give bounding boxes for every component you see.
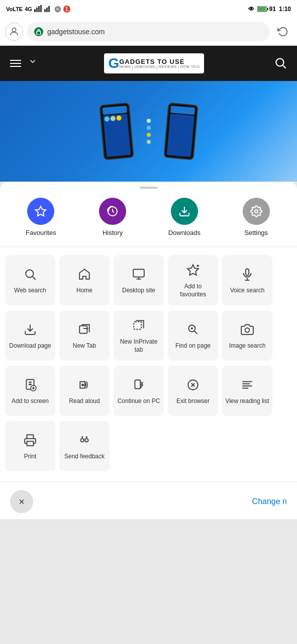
svg-rect-6 xyxy=(48,6,50,12)
site-logo: G GADGETS TO USE NEWS | UNBOXING | REVIE… xyxy=(104,53,204,73)
svg-point-12 xyxy=(276,58,283,66)
image-search-label: Image search xyxy=(229,342,266,350)
svg-point-52 xyxy=(85,439,88,442)
grid-item-desktop-site[interactable]: Desktop site xyxy=(114,255,164,305)
grid-item-find-on-page[interactable]: Find on page xyxy=(168,310,218,361)
grid-item-new-inprivate[interactable]: New InPrivate tab xyxy=(114,310,164,361)
grid-item-add-screen[interactable]: Add to screen xyxy=(5,366,55,416)
svg-rect-42 xyxy=(135,380,140,388)
chevron-down-icon xyxy=(28,57,37,68)
svg-point-54 xyxy=(86,436,87,438)
history-circle-icon xyxy=(99,198,126,225)
wifi-signal xyxy=(44,5,52,13)
refresh-button[interactable] xyxy=(274,23,292,41)
svg-point-10 xyxy=(12,28,16,32)
svg-point-41 xyxy=(82,384,83,386)
continue-pc-icon xyxy=(130,376,147,393)
grid-item-read-aloud[interactable]: Read aloud xyxy=(59,366,110,416)
reading-list-icon xyxy=(239,376,256,393)
download-arrow-icon xyxy=(22,321,39,338)
grid-item-new-tab[interactable]: New Tab xyxy=(59,310,110,361)
grid-row-2: Download page New Tab New InPrivate tab … xyxy=(5,310,292,361)
quick-action-history[interactable]: History xyxy=(95,198,130,236)
send-feedback-label: Send feedback xyxy=(64,453,105,461)
change-nav-button[interactable]: Change n xyxy=(252,497,287,506)
sheet-handle xyxy=(140,187,158,189)
add-screen-label: Add to screen xyxy=(12,397,49,406)
hamburger-menu[interactable] xyxy=(7,57,24,70)
close-icon: × xyxy=(19,496,25,508)
profile-avatar[interactable] xyxy=(5,23,23,41)
grid-item-print[interactable]: Print xyxy=(5,421,55,471)
new-inprivate-label: New InPrivate tab xyxy=(117,338,161,354)
svg-rect-32 xyxy=(134,322,141,330)
quick-action-favourites[interactable]: Favourites xyxy=(23,198,58,236)
downloads-circle-icon xyxy=(171,198,198,225)
add-favourites-label: Add to favourites xyxy=(171,283,215,298)
status-bar: VoLTE 4G 🔘 1 👁 91 1:10 xyxy=(0,0,297,18)
logo-subtitle: NEWS | UNBOXING | REVIEWS | HOW TO'S xyxy=(119,65,200,68)
grid-menu: Web search Home Desktop site Add to favo… xyxy=(0,247,297,481)
battery-icon: 91 xyxy=(257,6,276,13)
quick-actions-row: Favourites History Downloads Settings xyxy=(0,191,297,247)
home-label: Home xyxy=(76,287,92,295)
phone-mock-left xyxy=(99,103,134,160)
page-hero-image xyxy=(0,81,297,182)
time-text: 1:10 xyxy=(279,6,291,13)
new-tab-icon xyxy=(76,321,93,338)
inprivate-icon xyxy=(130,317,147,334)
hotspot-icon: 🔘 xyxy=(54,6,61,13)
close-button[interactable]: × xyxy=(10,490,33,513)
svg-rect-4 xyxy=(44,9,46,12)
svg-line-19 xyxy=(33,277,36,280)
sheet-handle-area[interactable] xyxy=(0,182,297,191)
quick-action-settings[interactable]: Settings xyxy=(239,198,274,236)
site-search-button[interactable] xyxy=(271,53,290,74)
read-aloud-icon xyxy=(76,376,93,393)
svg-point-51 xyxy=(80,439,84,442)
phone-mock-right xyxy=(163,103,198,160)
home-icon xyxy=(76,266,93,283)
settings-label: Settings xyxy=(244,229,268,236)
feedback-icon xyxy=(76,432,93,449)
quick-action-downloads[interactable]: Downloads xyxy=(167,198,202,236)
grid-row-4: Print Send feedback xyxy=(5,421,292,471)
grid-item-view-reading-list[interactable]: View reading list xyxy=(222,366,272,416)
grid-item-image-search[interactable]: Image search xyxy=(222,310,272,361)
svg-rect-20 xyxy=(133,269,144,277)
grid-item-add-favourites[interactable]: Add to favourites xyxy=(168,255,218,305)
grid-item-send-feedback[interactable]: Send feedback xyxy=(59,421,110,471)
exit-icon xyxy=(184,376,202,393)
download-page-label: Download page xyxy=(9,342,51,350)
downloads-label: Downloads xyxy=(168,229,201,236)
url-bar[interactable]: gadgetstouse.com xyxy=(27,22,270,41)
add-screen-icon xyxy=(22,376,39,393)
grid-row-3: Add to screen Read aloud Continue on PC … xyxy=(5,366,292,416)
bottom-bar: × Change n xyxy=(0,481,297,519)
grid-row-1: Web search Home Desktop site Add to favo… xyxy=(5,255,292,305)
favourites-circle-icon xyxy=(27,198,54,225)
grid-item-web-search[interactable]: Web search xyxy=(5,255,55,305)
svg-rect-8 xyxy=(258,7,266,11)
logo-title: GADGETS TO USE xyxy=(119,58,200,65)
status-right: 👁 91 1:10 xyxy=(248,6,291,13)
eye-icon: 👁 xyxy=(248,6,254,13)
grid-item-download-page[interactable]: Download page xyxy=(5,310,55,361)
continue-pc-label: Continue on PC xyxy=(118,397,160,406)
svg-rect-50 xyxy=(27,441,34,446)
grid-item-continue-pc[interactable]: Continue on PC xyxy=(114,366,164,416)
exit-browser-label: Exit browser xyxy=(176,397,210,406)
svg-rect-3 xyxy=(40,5,42,12)
grid-item-home[interactable]: Home xyxy=(59,255,110,305)
view-reading-list-label: View reading list xyxy=(225,397,269,406)
svg-rect-26 xyxy=(246,269,249,275)
grid-item-voice-search[interactable]: Voice search xyxy=(222,255,272,305)
svg-point-53 xyxy=(81,436,83,438)
search-icon xyxy=(22,266,39,283)
website-header: G GADGETS TO USE NEWS | UNBOXING | REVIE… xyxy=(0,46,297,81)
svg-rect-9 xyxy=(267,8,268,10)
voice-search-label: Voice search xyxy=(230,287,265,295)
svg-rect-5 xyxy=(46,8,48,12)
grid-item-exit-browser[interactable]: Exit browser xyxy=(168,366,218,416)
svg-rect-11 xyxy=(37,31,41,35)
